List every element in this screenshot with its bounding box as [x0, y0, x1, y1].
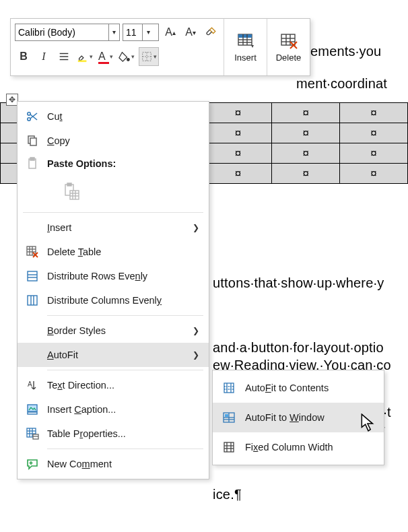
svg-point-22: [28, 118, 30, 121]
distribute-rows-icon: [26, 269, 39, 283]
svg-rect-61: [224, 383, 234, 393]
svg-text:A: A: [28, 380, 32, 388]
borders-button[interactable]: ▾: [139, 47, 159, 66]
table-cell[interactable]: ¤: [204, 143, 272, 164]
svg-rect-50: [28, 405, 37, 411]
comment-icon: [26, 457, 39, 471]
table-cell[interactable]: ¤: [340, 143, 408, 164]
autofit-window-icon: [222, 411, 236, 424]
svg-point-4: [127, 59, 130, 61]
menu-label: Paste Options:: [47, 158, 199, 169]
svg-rect-26: [30, 138, 36, 145]
table-cell[interactable]: ¤: [204, 164, 272, 184]
dropdown-icon[interactable]: ▾: [108, 24, 119, 40]
table-cell[interactable]: ¤: [340, 103, 408, 123]
svg-rect-3: [78, 60, 87, 62]
menu-label: Cut: [47, 111, 199, 122]
menu-text-direction[interactable]: A Text Direction...: [18, 373, 209, 397]
submenu-arrow-icon: ❯: [191, 350, 199, 360]
shading-button[interactable]: ▾: [117, 47, 136, 66]
clipboard-icon: [26, 157, 39, 170]
bucket-icon: [118, 51, 131, 63]
paste-keep-source-button[interactable]: [58, 178, 85, 205]
menu-label: Table Properties...: [47, 428, 199, 439]
borders-icon: [141, 51, 153, 63]
menu-label: Fixed Column Width: [245, 442, 374, 453]
menu-autofit-window[interactable]: AutoFit to Window: [213, 403, 384, 432]
menu-label: Insert: [47, 222, 191, 233]
table-cell[interactable]: ¤: [204, 123, 272, 143]
font-size-combo[interactable]: ▾: [123, 24, 159, 41]
menu-insert[interactable]: Insert ❯: [18, 215, 209, 240]
svg-rect-28: [30, 158, 34, 160]
menu-fixed-column-width[interactable]: Fixed Column Width: [213, 432, 384, 462]
menu-distribute-columns[interactable]: Distribute Columns Evenly: [18, 288, 209, 312]
menu-label: Text Direction...: [47, 380, 199, 391]
format-painter-button[interactable]: [202, 23, 219, 42]
autofit-contents-icon: [222, 381, 236, 395]
italic-button[interactable]: I: [35, 47, 53, 66]
menu-label: Delete Table: [47, 246, 199, 257]
svg-rect-43: [28, 271, 37, 281]
menu-autofit-contents[interactable]: AutoFit to Contents: [213, 373, 384, 403]
dropdown-icon[interactable]: ▾: [142, 24, 154, 40]
menu-label: Insert Caption...: [47, 404, 199, 415]
menu-insert-caption[interactable]: Insert Caption...: [18, 397, 209, 422]
highlighter-icon: [77, 51, 89, 63]
menu-table-properties[interactable]: Table Properties...: [18, 422, 209, 446]
font-name-input[interactable]: [15, 24, 108, 40]
menu-label: New Comment: [47, 459, 199, 469]
table-cell[interactable]: ¤: [204, 103, 272, 123]
align-icon: [58, 51, 70, 63]
delete-table-icon: [279, 32, 298, 51]
mini-toolbar-format: ▾ ▾ A▴ A▾ B I ▾ A▾ ▾: [11, 19, 224, 75]
align-button[interactable]: [55, 47, 73, 66]
scissors-icon: [26, 110, 39, 123]
delete-section[interactable]: Delete: [267, 19, 310, 75]
menu-copy[interactable]: Copy: [18, 129, 209, 153]
highlight-button[interactable]: ▾: [75, 47, 94, 66]
insert-label: Insert: [234, 53, 257, 63]
copy-icon: [26, 134, 39, 147]
svg-rect-67: [225, 414, 228, 417]
menu-new-comment[interactable]: New Comment: [18, 452, 209, 476]
font-name-combo[interactable]: ▾: [15, 24, 120, 41]
insert-section[interactable]: Insert: [224, 19, 267, 75]
fixed-width-icon: [222, 440, 236, 454]
menu-label: AutoFit to Window: [245, 412, 374, 423]
menu-label: Copy: [47, 135, 199, 146]
menu-label: Distribute Rows Evenly: [47, 271, 199, 281]
menu-distribute-rows[interactable]: Distribute Rows Evenly: [18, 264, 209, 288]
delete-label: Delete: [276, 53, 302, 63]
shrink-font-button[interactable]: A▾: [182, 23, 199, 42]
table-cell[interactable]: ¤: [272, 103, 340, 123]
table-cell[interactable]: ¤: [272, 123, 340, 143]
paintbrush-icon: [205, 26, 217, 38]
context-menu: Cut Copy Paste Options: Insert ❯ Delete …: [17, 101, 209, 479]
svg-rect-5: [143, 53, 151, 61]
font-color-button[interactable]: A▾: [97, 47, 114, 66]
table-cell[interactable]: ¤: [272, 164, 340, 184]
delete-table-icon: [26, 245, 39, 259]
svg-rect-9: [238, 34, 252, 38]
autofit-submenu: AutoFit to Contents AutoFit to Window Fi…: [212, 370, 384, 465]
table-cell[interactable]: ¤: [272, 143, 340, 164]
grow-font-button[interactable]: A▴: [162, 23, 179, 42]
menu-delete-table[interactable]: Delete Table: [18, 240, 209, 264]
svg-rect-30: [67, 183, 71, 186]
menu-border-styles[interactable]: Border Styles ❯: [18, 319, 209, 343]
paste-options-row: [18, 174, 209, 209]
paste-keep-source-icon: [62, 182, 81, 201]
menu-autofit[interactable]: AutoFit ❯: [18, 343, 209, 367]
table-cell[interactable]: ¤: [340, 164, 408, 184]
menu-cut[interactable]: Cut: [18, 104, 209, 129]
font-size-input[interactable]: [123, 24, 142, 40]
menu-label: Distribute Columns Evenly: [47, 295, 199, 306]
table-cell[interactable]: ¤: [340, 123, 408, 143]
insert-table-icon: [236, 32, 255, 51]
bold-button[interactable]: B: [15, 47, 32, 66]
menu-paste-options: Paste Options:: [18, 153, 209, 174]
menu-label: Border Styles: [47, 325, 191, 336]
svg-point-21: [28, 112, 30, 115]
table-properties-icon: [26, 427, 39, 440]
